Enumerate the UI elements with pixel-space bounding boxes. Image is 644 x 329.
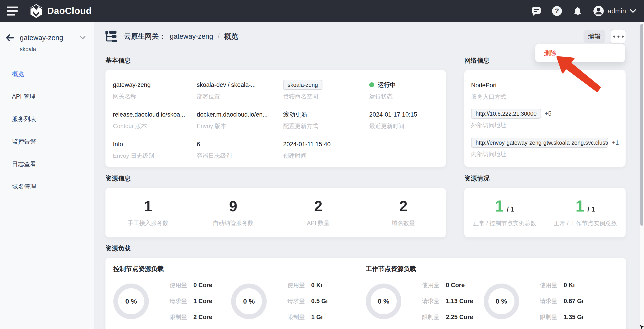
mouse-cursor (640, 325, 644, 329)
namespace-tag[interactable]: skoala-zeng (283, 80, 322, 90)
breadcrumb-current-page: 概览 (224, 32, 238, 41)
stat-domain-count: 2 域名数量 (361, 198, 446, 227)
hamburger-menu-icon[interactable] (7, 7, 18, 16)
scrollbar-thumb[interactable] (640, 24, 643, 226)
stat-auto-services: 9 自动纳管服务数 (191, 198, 276, 227)
gateway-tree-icon (106, 31, 117, 42)
logo-text: DaoCloud (47, 6, 92, 16)
gateway-switch-chevron-icon[interactable] (80, 36, 86, 40)
workspace-name: skoala (20, 46, 94, 53)
field-last-updated: 2024-01-17 10:15 最近更新时间 (369, 110, 446, 130)
sidebar-item-overview[interactable]: 概览 (0, 63, 94, 85)
avatar (593, 6, 604, 17)
resource-info-section: 资源信息 1 手工接入服务数 9 自动纳管服务数 2 API 数量 (106, 175, 446, 237)
sidebar-item-api-management[interactable]: API 管理 (0, 85, 94, 108)
field-service-entry: NodePort 服务入口方式 (471, 80, 619, 101)
field-envoy-version: docker.m.daocloud.io/en... Envoy 版本 (197, 110, 283, 130)
svg-text:?: ? (555, 7, 559, 15)
control-memory-stats: 使用量0 Ki 请求量0.5 Gi 限制量1 Gi (287, 281, 336, 321)
field-managed-namespace: skoala-zeng 管辖命名空间 (283, 80, 369, 100)
status-dot (369, 82, 374, 87)
resource-info-title: 资源信息 (106, 175, 446, 182)
notifications-bell-icon[interactable] (572, 6, 583, 16)
resource-load-title: 资源负载 (106, 245, 626, 252)
sidebar-nav: 概览 API 管理 服务列表 监控告警 日志查看 域名管理 (0, 63, 94, 198)
field-deploy-location: skoala-dev / skoala-... 部署位置 (197, 80, 283, 100)
control-node-load: 控制节点资源负载 0 % 使用量0 Core 请求量1 Core 限制量2 Co… (113, 265, 366, 329)
resource-load-section: 资源负载 控制节点资源负载 0 % 使用量0 Core 请求量1 Core 限制… (106, 245, 626, 329)
field-gateway-name: gateway-zeng 网关名称 (113, 80, 197, 100)
sidebar-item-domain-management[interactable]: 域名管理 (0, 175, 94, 198)
page-title-prefix: 云原生网关： (124, 32, 166, 41)
basic-info-card: gateway-zeng 网关名称 skoala-dev / skoala-..… (106, 70, 446, 167)
help-icon[interactable]: ? (552, 6, 562, 16)
basic-info-section: 基本信息 gateway-zeng 网关名称 skoala-dev / skoa… (106, 57, 446, 167)
breadcrumb: 云原生网关： gateway-zeng / 概览 (124, 32, 238, 41)
sidebar: gateway-zeng skoala 概览 API 管理 服务列表 监控告警 … (0, 22, 94, 329)
edit-button[interactable]: 编辑 (584, 30, 605, 43)
network-info-section: 网络信息 NodePort 服务入口方式 http://10.6.222.21:… (464, 57, 626, 167)
resource-status-card: 1 / 1 正常 / 控制节点实例总数 1 / 1 正常 / 工作节点实例总数 (464, 188, 626, 237)
worker-memory-stats: 使用量0 Ki 请求量0.67 Gi 限制量1.35 Gi (540, 281, 589, 321)
worker-memory-donut: 0 % (484, 283, 519, 319)
worker-cpu-stats: 使用量0 Core 请求量1.13 Core 限制量2.25 Core (422, 281, 471, 321)
network-info-card: NodePort 服务入口方式 http://10.6.222.21:30000… (464, 70, 626, 167)
internal-address-tag[interactable]: http://envoy-gateway-zeng-gtw.skoala-zen… (471, 138, 608, 148)
external-address-tag[interactable]: http://10.6.222.21:30000 (471, 109, 541, 119)
control-memory-donut: 0 % (231, 283, 267, 319)
delete-menu-item[interactable]: 删除 (536, 49, 556, 57)
field-contour-version: release.daocloud.io/skoa... Contour 版本 (113, 110, 197, 130)
sidebar-item-log-viewer[interactable]: 日志查看 (0, 153, 94, 175)
sidebar-divider (4, 60, 86, 60)
stat-api-count: 2 API 数量 (276, 198, 361, 227)
sidebar-item-monitoring-alerts[interactable]: 监控告警 (0, 130, 94, 153)
app-screen: DaoCloud ? (0, 0, 644, 329)
more-actions-button[interactable] (611, 29, 626, 44)
daocloud-cube-icon (30, 4, 43, 19)
header-actions: 编辑 (584, 29, 626, 44)
basic-info-title: 基本信息 (106, 57, 446, 64)
stat-manual-services: 1 手工接入服务数 (106, 198, 191, 227)
field-update-strategy: 滚动更新 配置更新方式 (283, 110, 369, 130)
control-cpu-stats: 使用量0 Core 请求量1 Core 限制量2 Core (170, 281, 218, 321)
worker-cpu-donut: 0 % (366, 283, 402, 319)
daocloud-logo[interactable]: DaoCloud (30, 4, 92, 19)
resource-load-card: 控制节点资源负载 0 % 使用量0 Core 请求量1 Core 限制量2 Co… (106, 258, 626, 329)
resource-info-card: 1 手工接入服务数 9 自动纳管服务数 2 API 数量 2 (106, 188, 446, 237)
control-cpu-donut: 0 % (113, 283, 149, 319)
back-arrow-icon[interactable] (6, 34, 14, 41)
chat-icon[interactable] (531, 6, 542, 16)
breadcrumb-separator: / (218, 33, 220, 41)
username: admin (608, 7, 626, 15)
more-actions-dropdown: 删除 (536, 44, 625, 62)
gateway-name[interactable]: gateway-zeng (20, 34, 63, 42)
field-container-log-level: 6 容器日志级别 (197, 139, 283, 160)
stat-control-instances: 1 / 1 正常 / 控制节点实例总数 (464, 198, 545, 227)
main-content: 云原生网关： gateway-zeng / 概览 编辑 删除 (94, 22, 644, 329)
topbar: DaoCloud ? (0, 0, 644, 22)
breadcrumb-gateway-name: gateway-zeng (170, 33, 213, 41)
field-created-time: 2024-01-11 15:40 创建时间 (283, 139, 369, 160)
page-header: 云原生网关： gateway-zeng / 概览 编辑 (106, 29, 626, 44)
external-address-more[interactable]: +5 (544, 110, 552, 117)
resource-status-title: 资源情况 (464, 175, 626, 182)
more-icon (613, 36, 615, 38)
field-internal-address: http://envoy-gateway-zeng-gtw.skoala-zen… (471, 138, 619, 158)
field-external-address: http://10.6.222.21:30000 +5 外部访问地址 (471, 109, 619, 129)
page-scrollbar (640, 22, 644, 329)
status-badge: 运行中 (378, 81, 396, 89)
stat-worker-instances: 1 / 1 正常 / 工作节点实例总数 (545, 198, 626, 227)
worker-node-load: 工作节点资源负载 0 % 使用量0 Core 请求量1.13 Core 限制量2… (366, 265, 618, 329)
field-running-status: 运行中 运行状态 (369, 80, 446, 100)
chevron-down-icon (630, 8, 636, 14)
user-menu[interactable]: admin (593, 6, 636, 17)
field-envoy-log-level: Info Envoy 日志级别 (113, 139, 197, 160)
sidebar-item-service-list[interactable]: 服务列表 (0, 108, 94, 130)
topbar-right: ? admin (531, 6, 636, 17)
internal-address-more[interactable]: +1 (612, 139, 619, 146)
resource-status-section: 资源情况 1 / 1 正常 / 控制节点实例总数 1 (464, 175, 626, 237)
